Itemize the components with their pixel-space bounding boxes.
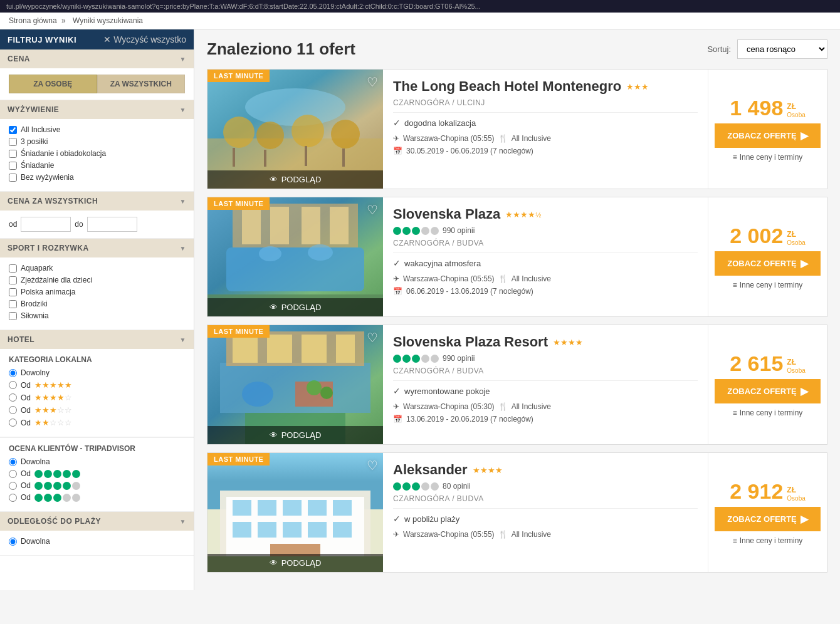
ta-c2 (402, 355, 411, 363)
price-row: 2 002 ZŁ Osoba (730, 225, 806, 246)
preview-button[interactable]: 👁 PODGLĄD (207, 554, 383, 572)
checkbox-all-inclusive[interactable] (9, 126, 17, 134)
label-stars-3half-od: Od (21, 406, 31, 415)
more-prices-link[interactable]: ≡ Inne ceny i terminy (733, 536, 803, 545)
plane-icon: ✈ (393, 530, 399, 539)
filter-silownia[interactable]: Siłownia (9, 311, 185, 320)
more-prices-link[interactable]: ≡ Inne ceny i terminy (733, 153, 803, 162)
filter-dist-any[interactable]: Dowolna (9, 537, 185, 546)
radio-ta-4[interactable] (9, 482, 17, 490)
breadcrumb-home[interactable]: Strona główna (9, 16, 57, 25)
price-panel: 2 912 ZŁ Osoba ZOBACZ OFERTĘ ▶ ≡ Inne ce… (708, 453, 827, 572)
price-suffix: ZŁ Osoba (787, 486, 805, 502)
filter-stars-4half[interactable]: Od ★★★★☆ (9, 393, 185, 402)
see-offer-button[interactable]: ZOBACZ OFERTĘ ▶ (715, 379, 821, 403)
section-header-cena-wszystkich[interactable]: CENA ZA WSZYSTKICH ▼ (0, 192, 194, 211)
filter-zjezdzalnie[interactable]: Zjeżdżalnie dla dzieci (9, 276, 185, 284)
filter-sniadanie-obiad[interactable]: Śniadanie i obiadokolacja (9, 149, 185, 158)
radio-dist-any[interactable] (9, 538, 17, 546)
section-body-sport: Aquapark Zjeżdżalnie dla dzieci Polska a… (0, 257, 194, 330)
flight-from: Warszawa-Chopina (05:55) (403, 134, 495, 143)
check-icon: ✓ (393, 258, 401, 268)
filter-aquapark[interactable]: Aquapark (9, 264, 185, 273)
label-ta-3-od: Od (21, 493, 31, 502)
preview-button[interactable]: 👁 PODGLĄD (207, 298, 383, 316)
clear-filters-button[interactable]: ✕ Wyczyść wszystko (103, 34, 186, 44)
section-header-hotel[interactable]: HOTEL ▼ (0, 330, 194, 349)
section-header-odleglosc[interactable]: ODLEGŁOŚĆ DO PLAŻY ▼ (0, 512, 194, 531)
favorite-icon[interactable]: ♡ (367, 75, 378, 90)
more-prices-link[interactable]: ≡ Inne ceny i terminy (733, 408, 803, 417)
filter-bez-wyzywienia[interactable]: Bez wyżywienia (9, 173, 185, 182)
checkbox-bez-wyzywienia[interactable] (9, 174, 17, 182)
breadcrumb: Strona główna » Wyniki wyszukiwania (0, 13, 840, 29)
more-prices-label: Inne ceny i terminy (740, 153, 803, 162)
filter-stars-5[interactable]: Od ★★★★★ (9, 380, 185, 390)
hotel-image-wrap: LAST MINUTE ♡ 👁 PODGLĄD (207, 197, 383, 316)
preview-label: PODGLĄD (281, 175, 322, 184)
favorite-icon[interactable]: ♡ (367, 202, 378, 217)
hotel-stars: ★★★★ (473, 465, 503, 475)
preview-label: PODGLĄD (281, 303, 322, 312)
arrow-right-icon: ▶ (801, 385, 808, 397)
more-prices-link[interactable]: ≡ Inne ceny i terminy (733, 281, 803, 289)
see-offer-button[interactable]: ZOBACZ OFERTĘ ▶ (715, 507, 821, 531)
checkbox-silownia[interactable] (9, 312, 17, 320)
filter-ta-3[interactable]: Od (9, 493, 185, 502)
radio-stars-5[interactable] (9, 381, 17, 389)
checkbox-aquapark[interactable] (9, 264, 17, 273)
checkbox-zjezdzalnie[interactable] (9, 276, 17, 284)
price-from-input[interactable] (21, 217, 71, 232)
radio-stars-any[interactable] (9, 369, 17, 377)
section-header-sport[interactable]: SPORT I ROZRYWKA ▼ (0, 239, 194, 257)
favorite-icon[interactable]: ♡ (367, 458, 378, 473)
price-per-person-button[interactable]: ZA OSOBĘ (9, 75, 97, 93)
filter-ta-5[interactable]: Od (9, 469, 185, 478)
sort-select[interactable]: cena rosnąco cena malejąco ocena popular… (737, 39, 827, 59)
filter-brodziki[interactable]: Brodziki (9, 299, 185, 308)
radio-stars-3half[interactable] (9, 406, 17, 414)
ta-c1 (34, 470, 43, 478)
section-title-cena-wszystkich: CENA ZA WSZYSTKICH (8, 197, 98, 205)
checkbox-sniadanie-obiad[interactable] (9, 150, 17, 158)
price-to-input[interactable] (87, 217, 137, 232)
breadcrumb-current: Wyniki wyszukiwania (73, 16, 143, 25)
filter-sniadanie[interactable]: Śniadanie (9, 161, 185, 170)
see-offer-button[interactable]: ZOBACZ OFERTĘ ▶ (715, 251, 821, 276)
filter-results-button[interactable]: FILTRUJ WYNIKI (8, 35, 76, 44)
radio-ta-3[interactable] (9, 494, 17, 502)
ta-count: 80 opinii (443, 482, 471, 491)
radio-ta-5[interactable] (9, 470, 17, 478)
see-offer-button[interactable]: ZOBACZ OFERTĘ ▶ (715, 123, 821, 148)
hotel-dates: 📅 06.06.2019 - 13.06.2019 (7 noclegów) (393, 287, 698, 296)
fork-icon: 🍴 (498, 530, 508, 539)
preview-button[interactable]: 👁 PODGLĄD (207, 426, 383, 444)
price-panel: 2 615 ZŁ Osoba ZOBACZ OFERTĘ ▶ ≡ Inne ce… (708, 325, 827, 444)
checkbox-animacja[interactable] (9, 288, 17, 296)
checkbox-sniadanie[interactable] (9, 162, 17, 170)
filter-all-inclusive[interactable]: All Inclusive (9, 125, 185, 134)
filter-animacja[interactable]: Polska animacja (9, 288, 185, 296)
radio-stars-2half[interactable] (9, 419, 17, 427)
filter-stars-2half[interactable]: Od ★★☆☆☆ (9, 418, 185, 427)
filter-ta-4[interactable]: Od (9, 481, 185, 490)
ta-c3 (412, 227, 420, 235)
checkbox-brodziki[interactable] (9, 300, 17, 308)
checkbox-3-posilki[interactable] (9, 138, 17, 146)
section-header-cena[interactable]: CENA ▼ (0, 49, 194, 68)
radio-stars-4half[interactable] (9, 393, 17, 402)
filter-3-posilki[interactable]: 3 posiłki (9, 137, 185, 146)
flight-from: Warszawa-Chopina (05:55) (403, 274, 495, 283)
filter-stars-3half[interactable]: Od ★★★☆☆ (9, 405, 185, 415)
label-all-inclusive: All Inclusive (21, 125, 60, 134)
favorite-icon[interactable]: ♡ (367, 330, 378, 345)
section-header-wyzywienie[interactable]: WYŻYWIENIE ▼ (0, 100, 194, 119)
radio-ta-any[interactable] (9, 458, 17, 466)
section-body-cena-wszystkich: od do (0, 211, 194, 239)
price-for-all-button[interactable]: ZA WSZYSTKICH (97, 75, 186, 93)
chevron-down-icon: ▼ (180, 245, 186, 252)
preview-button[interactable]: 👁 PODGLĄD (207, 170, 383, 189)
filter-stars-any[interactable]: Dowolny (9, 368, 185, 377)
filter-ta-any[interactable]: Dowolna (9, 457, 185, 466)
svg-point-5 (291, 115, 324, 147)
